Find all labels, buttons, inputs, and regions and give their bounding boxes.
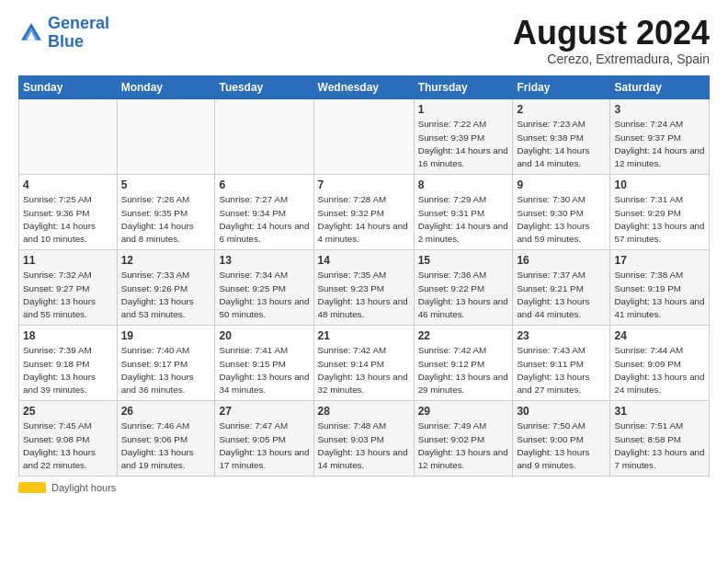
day-number: 31 (614, 404, 705, 419)
day-info: Sunrise: 7:30 AM Sunset: 9:30 PM Dayligh… (517, 193, 606, 246)
day-info: Sunrise: 7:33 AM Sunset: 9:26 PM Dayligh… (121, 269, 211, 321)
day-number: 1 (418, 102, 509, 118)
calendar-week-row: 4Sunrise: 7:25 AM Sunset: 9:36 PM Daylig… (19, 174, 710, 249)
month-title: August 2024 (513, 15, 710, 52)
table-row: 31Sunrise: 7:51 AM Sunset: 8:58 PM Dayli… (610, 400, 710, 476)
day-number: 15 (418, 253, 509, 269)
calendar-header-row: Sunday Monday Tuesday Wednesday Thursday… (19, 75, 710, 98)
day-number: 24 (614, 328, 705, 344)
table-row: 12Sunrise: 7:33 AM Sunset: 9:26 PM Dayli… (117, 249, 215, 325)
table-row: 8Sunrise: 7:29 AM Sunset: 9:31 PM Daylig… (414, 174, 513, 249)
day-info: Sunrise: 7:39 AM Sunset: 9:18 PM Dayligh… (23, 344, 113, 396)
table-row: 22Sunrise: 7:42 AM Sunset: 9:12 PM Dayli… (414, 325, 513, 400)
day-number: 9 (517, 178, 606, 193)
day-info: Sunrise: 7:48 AM Sunset: 9:03 PM Dayligh… (318, 419, 410, 472)
logo-line2: Blue (48, 32, 84, 51)
day-number: 18 (23, 328, 113, 344)
table-row: 15Sunrise: 7:36 AM Sunset: 9:22 PM Dayli… (414, 249, 513, 325)
logo: General Blue (18, 15, 109, 52)
day-info: Sunrise: 7:37 AM Sunset: 9:21 PM Dayligh… (517, 269, 606, 321)
day-info: Sunrise: 7:50 AM Sunset: 9:00 PM Dayligh… (517, 419, 606, 472)
footer: Daylight hours (18, 482, 710, 493)
table-row (117, 98, 215, 174)
day-number: 3 (614, 102, 705, 118)
logo-text: General Blue (48, 15, 109, 52)
day-info: Sunrise: 7:28 AM Sunset: 9:32 PM Dayligh… (318, 193, 410, 246)
day-number: 2 (517, 102, 606, 118)
table-row: 19Sunrise: 7:40 AM Sunset: 9:17 PM Dayli… (117, 325, 215, 400)
day-number: 7 (318, 178, 410, 193)
table-row: 27Sunrise: 7:47 AM Sunset: 9:05 PM Dayli… (215, 400, 313, 476)
table-row (215, 98, 313, 174)
day-number: 16 (517, 253, 606, 269)
day-number: 28 (318, 404, 410, 419)
day-number: 17 (614, 253, 705, 269)
day-info: Sunrise: 7:40 AM Sunset: 9:17 PM Dayligh… (121, 344, 211, 396)
day-number: 8 (418, 178, 509, 193)
day-number: 4 (23, 178, 113, 193)
calendar-week-row: 11Sunrise: 7:32 AM Sunset: 9:27 PM Dayli… (19, 249, 710, 325)
day-number: 5 (121, 178, 211, 193)
table-row: 16Sunrise: 7:37 AM Sunset: 9:21 PM Dayli… (513, 249, 610, 325)
col-wednesday: Wednesday (313, 75, 414, 98)
day-number: 30 (517, 404, 606, 419)
day-info: Sunrise: 7:42 AM Sunset: 9:12 PM Dayligh… (418, 344, 509, 396)
day-number: 29 (418, 404, 509, 419)
table-row: 26Sunrise: 7:46 AM Sunset: 9:06 PM Dayli… (117, 400, 215, 476)
col-tuesday: Tuesday (215, 75, 313, 98)
table-row: 3Sunrise: 7:24 AM Sunset: 9:37 PM Daylig… (610, 98, 710, 174)
table-row: 30Sunrise: 7:50 AM Sunset: 9:00 PM Dayli… (513, 400, 610, 476)
daylight-bar-icon (18, 482, 46, 493)
table-row: 13Sunrise: 7:34 AM Sunset: 9:25 PM Dayli… (215, 249, 313, 325)
day-number: 25 (23, 404, 113, 419)
day-number: 19 (121, 328, 211, 344)
day-info: Sunrise: 7:43 AM Sunset: 9:11 PM Dayligh… (517, 344, 606, 396)
table-row: 17Sunrise: 7:38 AM Sunset: 9:19 PM Dayli… (610, 249, 710, 325)
table-row: 4Sunrise: 7:25 AM Sunset: 9:36 PM Daylig… (19, 174, 118, 249)
day-info: Sunrise: 7:31 AM Sunset: 9:29 PM Dayligh… (614, 193, 705, 246)
daylight-label: Daylight hours (51, 482, 116, 493)
day-number: 20 (219, 328, 309, 344)
day-number: 21 (318, 328, 410, 344)
table-row: 1Sunrise: 7:22 AM Sunset: 9:39 PM Daylig… (414, 98, 513, 174)
day-info: Sunrise: 7:45 AM Sunset: 9:08 PM Dayligh… (23, 419, 113, 472)
day-number: 23 (517, 328, 606, 344)
day-info: Sunrise: 7:47 AM Sunset: 9:05 PM Dayligh… (219, 419, 309, 472)
day-info: Sunrise: 7:36 AM Sunset: 9:22 PM Dayligh… (418, 269, 509, 321)
day-number: 12 (121, 253, 211, 269)
table-row: 9Sunrise: 7:30 AM Sunset: 9:30 PM Daylig… (513, 174, 610, 249)
day-info: Sunrise: 7:35 AM Sunset: 9:23 PM Dayligh… (318, 269, 410, 321)
day-info: Sunrise: 7:27 AM Sunset: 9:34 PM Dayligh… (219, 193, 309, 246)
logo-line1: General (48, 14, 109, 32)
col-monday: Monday (117, 75, 215, 98)
header: General Blue August 2024 Cerezo, Extrema… (18, 15, 710, 66)
table-row: 21Sunrise: 7:42 AM Sunset: 9:14 PM Dayli… (313, 325, 414, 400)
table-row: 10Sunrise: 7:31 AM Sunset: 9:29 PM Dayli… (610, 174, 710, 249)
day-info: Sunrise: 7:23 AM Sunset: 9:38 PM Dayligh… (517, 118, 606, 170)
day-info: Sunrise: 7:26 AM Sunset: 9:35 PM Dayligh… (121, 193, 211, 246)
day-number: 11 (23, 253, 113, 269)
table-row: 23Sunrise: 7:43 AM Sunset: 9:11 PM Dayli… (513, 325, 610, 400)
day-number: 27 (219, 404, 309, 419)
table-row (19, 98, 118, 174)
day-number: 13 (219, 253, 309, 269)
page: General Blue August 2024 Cerezo, Extrema… (0, 0, 728, 563)
day-number: 22 (418, 328, 509, 344)
table-row: 14Sunrise: 7:35 AM Sunset: 9:23 PM Dayli… (313, 249, 414, 325)
table-row: 29Sunrise: 7:49 AM Sunset: 9:02 PM Dayli… (414, 400, 513, 476)
table-row (313, 98, 414, 174)
table-row: 28Sunrise: 7:48 AM Sunset: 9:03 PM Dayli… (313, 400, 414, 476)
title-area: August 2024 Cerezo, Extremadura, Spain (513, 15, 710, 66)
logo-icon (18, 20, 44, 46)
table-row: 5Sunrise: 7:26 AM Sunset: 9:35 PM Daylig… (117, 174, 215, 249)
location: Cerezo, Extremadura, Spain (513, 52, 710, 66)
calendar-week-row: 25Sunrise: 7:45 AM Sunset: 9:08 PM Dayli… (19, 400, 710, 476)
day-number: 10 (614, 178, 705, 193)
day-info: Sunrise: 7:24 AM Sunset: 9:37 PM Dayligh… (614, 118, 705, 170)
day-info: Sunrise: 7:22 AM Sunset: 9:39 PM Dayligh… (418, 118, 509, 170)
col-saturday: Saturday (610, 75, 710, 98)
calendar-table: Sunday Monday Tuesday Wednesday Thursday… (18, 75, 710, 477)
day-info: Sunrise: 7:29 AM Sunset: 9:31 PM Dayligh… (418, 193, 509, 246)
day-info: Sunrise: 7:46 AM Sunset: 9:06 PM Dayligh… (121, 419, 211, 472)
day-info: Sunrise: 7:34 AM Sunset: 9:25 PM Dayligh… (219, 269, 309, 321)
